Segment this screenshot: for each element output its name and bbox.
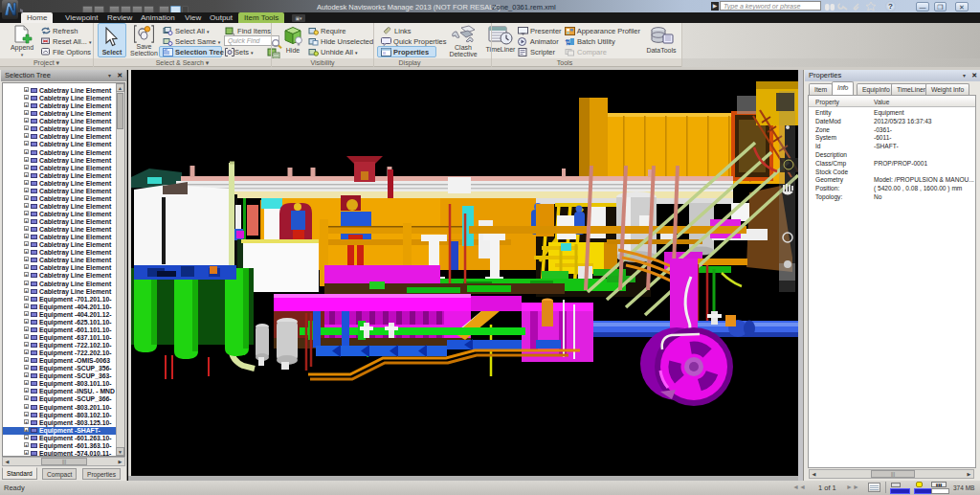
svg-text:⇅: ⇅ xyxy=(565,38,571,47)
